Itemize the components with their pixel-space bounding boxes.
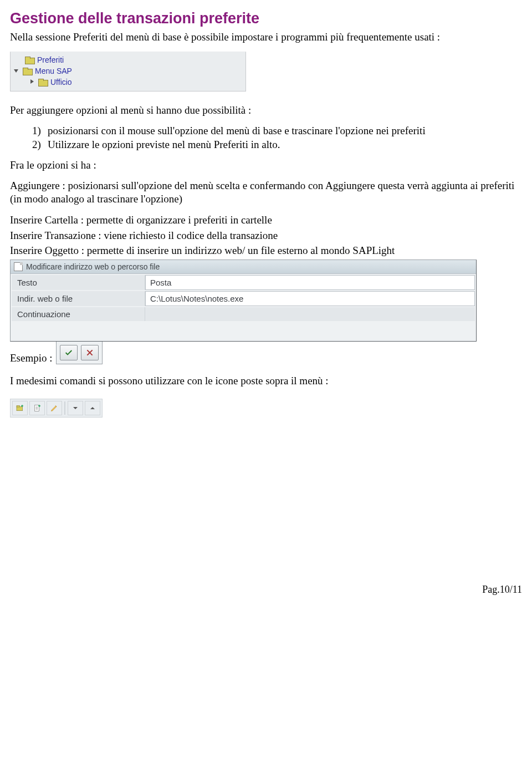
list-item-number: 2) [32,139,48,151]
list-item-text: Utilizzare le opzioni previste nel menù … [48,139,522,151]
ok-button[interactable] [60,345,78,360]
tree-item-label: Preferiti [37,55,64,64]
intro-paragraph: Nella sessione Preferiti del menù di bas… [10,30,522,44]
list-item-text: posizionarsi con il mouse sull'opzione d… [48,125,522,137]
field-label: Continuazione [12,307,145,321]
menu-tree-panel: Preferiti Menu SAP Ufficio [10,52,246,91]
list-item: 2) Utilizzare le opzioni previste nel me… [32,139,522,151]
text-input[interactable]: C:\Lotus\Notes\notes.exe [145,291,475,306]
list-item-number: 1) [32,125,48,137]
add-transaction-icon [33,404,42,413]
check-icon [64,348,73,357]
add-transaction-button[interactable] [29,401,45,415]
empty-field [145,307,475,321]
favorites-toolbar [10,399,103,418]
folder-icon [23,68,32,74]
tree-item-label: Menu SAP [35,67,72,75]
up-arrow-icon [88,404,97,413]
paragraph: Inserire Oggetto : permette di inserire … [10,244,522,257]
svg-rect-0 [17,406,23,410]
add-folder-button[interactable] [12,401,28,415]
document-icon [14,262,23,271]
down-arrow-icon [71,404,80,413]
move-down-button[interactable] [68,401,83,415]
page-number: Pag.10/11 [10,584,522,596]
paragraph: Aggiungere : posizionarsi sull'opzione d… [10,179,522,206]
paragraph: I medesimi comandi si possono utilizzare… [10,374,522,388]
field-label: Indir. web o file [12,291,145,306]
edit-icon [50,404,59,413]
tree-item-label: Ufficio [50,78,72,87]
move-up-button[interactable] [85,401,100,415]
cross-icon [85,348,94,357]
folder-icon [38,79,47,85]
add-folder-icon [16,404,24,413]
folder-icon [25,57,34,63]
esempio-label: Esempio : [10,352,53,364]
list-item: 1) posizionarsi con il mouse sull'opzion… [32,125,522,137]
tree-row[interactable]: Preferiti [13,54,245,65]
numbered-list: 1) posizionarsi con il mouse sull'opzion… [10,125,522,151]
dialog-field-row: Continuazione [12,307,475,321]
paragraph: Inserire Transazione : viene richiesto i… [10,229,522,242]
svg-rect-1 [17,405,19,407]
text-input[interactable]: Posta [145,275,475,290]
tree-row[interactable]: Menu SAP [13,65,245,77]
paragraph: Inserire Cartella : permette di organizz… [10,213,522,227]
toolbar-separator [64,401,65,415]
chevron-right-icon[interactable] [28,78,36,86]
dialog-modificare-indirizzo: Modificare indirizzo web o percorso file… [10,260,477,342]
edit-button[interactable] [47,401,62,415]
dialog-field-row: Indir. web o file C:\Lotus\Notes\notes.e… [12,291,475,306]
dialog-title-text: Modificare indirizzo web o percorso file [26,262,160,271]
dialog-field-row: Testo Posta [12,275,475,290]
chevron-down-icon[interactable] [13,67,21,75]
paragraph: Fra le opzioni si ha : [10,159,522,172]
page-title: Gestione delle transazioni preferite [10,10,522,27]
field-label: Testo [12,275,145,290]
paragraph: Per aggiungere opzioni al menù si hanno … [10,104,522,117]
tree-row[interactable]: Ufficio [13,77,245,88]
cancel-button[interactable] [81,345,99,360]
dialog-titlebar[interactable]: Modificare indirizzo web o percorso file [11,260,476,274]
